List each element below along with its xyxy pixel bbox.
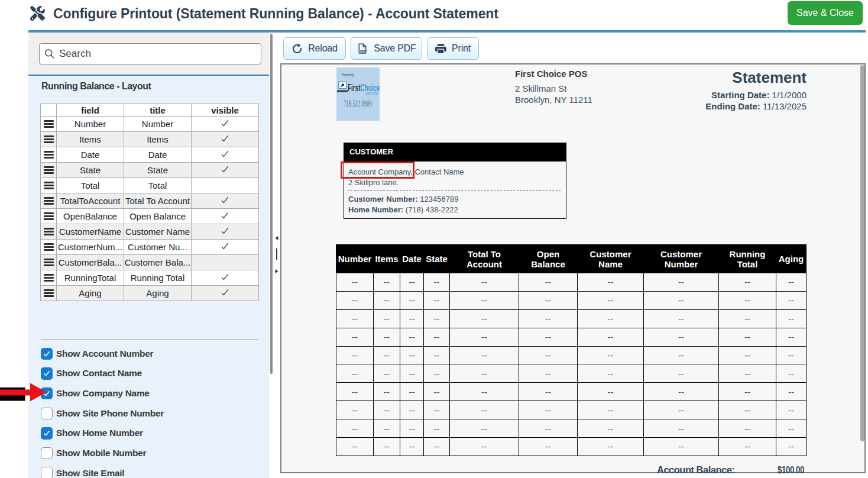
svg-text:PDF: PDF: [360, 50, 365, 53]
